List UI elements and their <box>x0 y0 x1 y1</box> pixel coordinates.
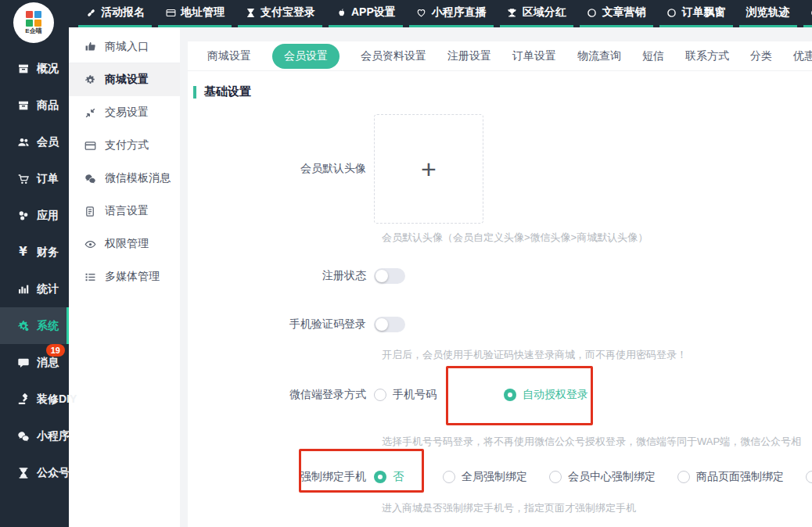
subnav-item-label: 商城入口 <box>105 40 149 54</box>
unread-count-badge: 19 <box>46 344 65 357</box>
tab-member-profile-settings[interactable]: 会员资料设置 <box>361 49 426 63</box>
topnav-item-label: APP设置 <box>351 5 396 20</box>
subnav-item-payment-methods[interactable]: 支付方式 <box>69 129 180 162</box>
radio-promotion-force-bind[interactable]: 推广 <box>806 470 812 484</box>
language-file-icon <box>84 205 96 217</box>
radio-auto-auth-login[interactable]: 自动授权登录 <box>504 388 588 402</box>
topnav-item-app-settings[interactable]: APP设置 <box>329 0 403 27</box>
brand-logo[interactable]: E企喵 <box>13 2 54 43</box>
tab-member-settings[interactable]: 会员设置 <box>272 44 340 69</box>
subnav-item-mall-settings[interactable]: 商城设置 <box>69 63 180 96</box>
sidebar-item-label: 订单 <box>37 172 59 186</box>
sidebar-item-products[interactable]: 商品 <box>0 87 69 124</box>
tab-order-settings[interactable]: 订单设置 <box>512 49 556 63</box>
sidebar-item-official-account[interactable]: 公众号 <box>0 454 69 491</box>
plus-icon: + <box>421 156 437 182</box>
topnav-item-early-checkin[interactable]: 早起打卡 <box>803 0 812 27</box>
radio-product-page-force-bind[interactable]: 商品页面强制绑定 <box>677 470 784 484</box>
comments-icon <box>84 172 96 185</box>
circle-icon <box>587 7 598 18</box>
radio-member-center-force-bind[interactable]: 会员中心强制绑定 <box>549 470 656 484</box>
sidebar-item-orders[interactable]: 订单 <box>0 160 69 197</box>
subnav-item-label: 语言设置 <box>105 204 149 218</box>
radio-icon <box>677 471 690 483</box>
tab-sms[interactable]: 短信 <box>642 49 664 63</box>
radio-selected-icon <box>374 471 386 483</box>
cart-icon <box>16 172 30 185</box>
subnav-item-mall-entry[interactable]: 商城入口 <box>69 30 180 63</box>
sidebar-item-finance[interactable]: ¥ 财务 <box>0 234 69 271</box>
brand-logo-text: E企喵 <box>25 27 41 34</box>
sidebar-item-label: 商品 <box>37 99 59 113</box>
topnav-item-browse-track[interactable]: 浏览轨迹 <box>739 0 797 27</box>
register-status-toggle[interactable] <box>374 268 405 284</box>
tab-mall-settings[interactable]: 商城设置 <box>207 49 251 63</box>
form-row-wechat-login-mode: 微信端登录方式 手机号码 自动授权登录 <box>188 388 812 402</box>
id-card-icon <box>165 7 176 18</box>
hourglass-icon <box>245 7 256 18</box>
sidebar-item-statistics[interactable]: 统计 <box>0 271 69 307</box>
radio-icon <box>374 389 386 401</box>
compress-arrows-icon <box>84 106 96 119</box>
secondary-sidebar: 商城入口 商城设置 交易设置 支付方式 微信模板消息 语言设置 权限管理 多媒体… <box>69 27 180 527</box>
form-row-force-bind-phone: 强制绑定手机 否 全局强制绑定 会员中心强制绑定 商品页面强制绑定 <box>188 470 812 484</box>
sidebar-item-messages[interactable]: 消息 19 <box>0 344 69 381</box>
subnav-item-label: 多媒体管理 <box>105 270 160 284</box>
link-icon <box>85 7 96 18</box>
sidebar-item-label: 财务 <box>37 246 59 260</box>
toggle-knob <box>375 318 388 331</box>
subnav-item-trade-settings[interactable]: 交易设置 <box>69 96 180 129</box>
topnav-item-label: 文章营销 <box>602 5 646 20</box>
tab-coupon[interactable]: 优惠券 <box>793 49 812 63</box>
topnav-item-miniprogram-live[interactable]: 小程序直播 <box>409 0 494 27</box>
archive-icon <box>16 62 30 75</box>
field-label: 微信端登录方式 <box>188 388 374 402</box>
topnav-item-activity-signup[interactable]: 活动报名 <box>78 0 152 27</box>
topnav-item-order-popup[interactable]: 订单飘窗 <box>659 0 733 27</box>
sidebar-item-label: 小程序 <box>37 429 70 443</box>
primary-nav: 概况 商品 会员 订单 应用 ¥ 财务 统计 系统 <box>0 50 69 491</box>
topnav-item-address-manage[interactable]: 地址管理 <box>158 0 232 27</box>
subnav-item-label: 交易设置 <box>105 106 149 120</box>
topnav-item-alipay-login[interactable]: 支付宝登录 <box>238 0 322 27</box>
gear-icon <box>84 73 96 86</box>
sidebar-item-label: 会员 <box>37 135 59 149</box>
radio-selected-icon <box>504 389 516 401</box>
form-row-sms-login: 手机验证码登录 <box>188 317 812 332</box>
topnav-item-label: 地址管理 <box>181 5 225 20</box>
form-row-default-avatar: 会员默认头像 + <box>188 114 812 224</box>
subnav-item-label: 商城设置 <box>105 73 149 87</box>
radio-phone-number[interactable]: 手机号码 <box>374 388 437 402</box>
sidebar-item-system[interactable]: 系统 <box>0 307 69 344</box>
subnav-item-wechat-template-msg[interactable]: 微信模板消息 <box>69 162 180 195</box>
topnav-item-region-dividend[interactable]: 区域分红 <box>500 0 573 27</box>
gear-icon <box>16 319 30 332</box>
tab-logistics-query[interactable]: 物流查询 <box>577 49 621 63</box>
users-icon <box>16 135 30 149</box>
sidebar-item-label: 消息 <box>37 356 59 370</box>
bar-chart-icon <box>16 282 30 296</box>
field-label: 强制绑定手机 <box>188 470 374 484</box>
archive-icon <box>16 99 30 112</box>
radio-no[interactable]: 否 <box>374 470 404 484</box>
subnav-item-media-manage[interactable]: 多媒体管理 <box>69 260 180 293</box>
sidebar-item-mini-program[interactable]: 小程序 <box>0 418 69 454</box>
topnav-item-article-marketing[interactable]: 文章营销 <box>580 0 653 27</box>
sms-login-toggle[interactable] <box>374 317 405 332</box>
subnav-item-permission-manage[interactable]: 权限管理 <box>69 228 180 260</box>
sidebar-item-members[interactable]: 会员 <box>0 124 69 160</box>
sidebar-item-apps[interactable]: 应用 <box>0 197 69 234</box>
subnav-item-label: 权限管理 <box>105 237 149 251</box>
section-accent-bar <box>193 86 196 99</box>
tab-contact[interactable]: 联系方式 <box>685 49 729 63</box>
tab-register-settings[interactable]: 注册设置 <box>447 49 491 63</box>
radio-global-force-bind[interactable]: 全局强制绑定 <box>443 470 527 484</box>
sidebar-item-overview[interactable]: 概况 <box>0 50 69 87</box>
tab-category[interactable]: 分类 <box>750 49 772 63</box>
avatar-upload-box[interactable]: + <box>374 114 483 224</box>
subnav-item-language-settings[interactable]: 语言设置 <box>69 195 180 228</box>
sidebar-item-decorate-diy[interactable]: 装修DIY <box>0 381 69 418</box>
form-row-register-status: 注册状态 <box>188 268 812 284</box>
cubes-icon <box>16 209 30 222</box>
sidebar-item-label: 统计 <box>37 282 59 296</box>
